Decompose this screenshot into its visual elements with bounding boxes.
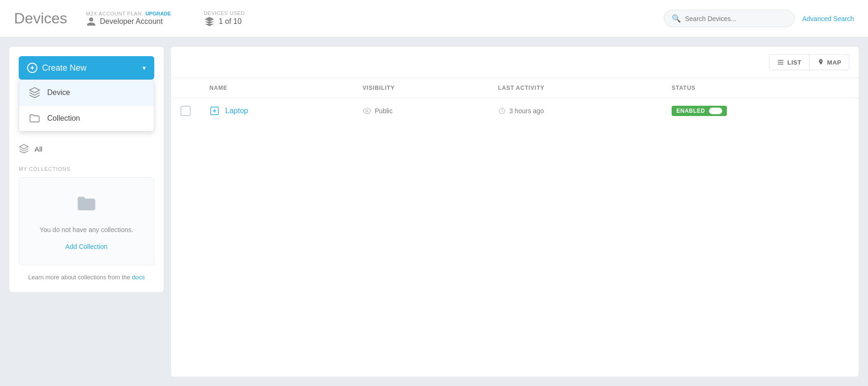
- learn-more-section: Learn more about collections from the do…: [19, 273, 154, 283]
- create-new-dropdown: Device Collection: [19, 80, 154, 131]
- device-checkbox[interactable]: [180, 106, 191, 116]
- last-activity-value: 3 hours ago: [509, 107, 544, 115]
- docs-link[interactable]: docs: [132, 274, 144, 281]
- device-name-cell: Laptop: [200, 98, 353, 124]
- list-icon: [777, 58, 784, 66]
- dropdown-device-label: Device: [47, 88, 70, 97]
- last-activity-cell: 3 hours ago: [489, 98, 662, 124]
- status-column-header: STATUS: [662, 78, 859, 98]
- advanced-search-link[interactable]: Advanced Search: [802, 15, 854, 22]
- account-info: Developer Account: [86, 16, 171, 27]
- main-layout: + Create New ▾ Device Collection: [0, 37, 868, 386]
- learn-more-text: Learn more about collections from the do…: [19, 273, 154, 283]
- last-activity-column-header: LAST ACTIVITY: [489, 78, 662, 98]
- chevron-down-icon: ▾: [143, 64, 146, 72]
- visibility-value: Public: [375, 107, 393, 115]
- visibility-column-header: VISIBILITY: [353, 78, 489, 98]
- header: Devices M2X ACCOUNT PLAN UPGRADE Develop…: [0, 0, 868, 37]
- content-area: LIST MAP NAME VISIBILITY: [171, 47, 859, 377]
- checkbox-header: [171, 78, 200, 98]
- collection-folder-icon: [29, 112, 41, 124]
- folder-large-icon: [75, 192, 98, 215]
- sidebar: + Create New ▾ Device Collection: [9, 47, 164, 292]
- devices-table: NAME VISIBILITY LAST ACTIVITY STATUS: [171, 78, 859, 124]
- add-collection-link[interactable]: Add Collection: [65, 243, 108, 250]
- devices-used-info: 1 of 10: [204, 16, 245, 27]
- devices-count: 1 of 10: [219, 17, 242, 26]
- search-box[interactable]: 🔍: [664, 10, 795, 27]
- status-cell: ENABLED: [662, 98, 859, 124]
- device-add-icon: [209, 106, 220, 116]
- search-icon: 🔍: [672, 14, 681, 23]
- dropdown-collection-label: Collection: [47, 114, 80, 123]
- collections-empty-box: You do not have any collections. Add Col…: [19, 177, 154, 265]
- dropdown-item-collection[interactable]: Collection: [19, 106, 154, 131]
- no-collections-text: You do not have any collections.: [29, 225, 144, 235]
- header-right: 🔍 Advanced Search: [664, 10, 854, 27]
- account-plan-row: M2X ACCOUNT PLAN UPGRADE: [86, 11, 171, 16]
- create-new-left: + Create New: [27, 63, 86, 73]
- name-column-header: NAME: [200, 78, 353, 98]
- list-view-button[interactable]: LIST: [769, 55, 809, 70]
- device-cube-icon: [29, 87, 41, 99]
- content-header: LIST MAP: [171, 47, 859, 78]
- view-toggle: LIST MAP: [769, 54, 849, 70]
- person-icon: [86, 16, 96, 27]
- dropdown-item-device[interactable]: Device: [19, 80, 154, 106]
- cube-icon: [204, 16, 215, 27]
- all-devices-item[interactable]: All: [19, 139, 154, 159]
- map-view-label: MAP: [827, 59, 841, 66]
- list-view-label: LIST: [787, 59, 801, 66]
- search-input[interactable]: [685, 15, 787, 22]
- account-plan-label: M2X ACCOUNT PLAN: [86, 11, 142, 16]
- account-name: Developer Account: [100, 17, 163, 26]
- plus-icon: +: [27, 63, 37, 73]
- status-toggle[interactable]: [709, 108, 722, 114]
- upgrade-link[interactable]: UPGRADE: [145, 11, 171, 16]
- eye-icon: [363, 107, 371, 115]
- devices-used-section: DEVICES USED 1 of 10: [204, 10, 245, 27]
- row-checkbox-cell: [171, 98, 200, 124]
- page-title: Devices: [14, 10, 67, 27]
- table-header-row: NAME VISIBILITY LAST ACTIVITY STATUS: [171, 78, 859, 98]
- devices-used-label: DEVICES USED: [204, 10, 245, 16]
- account-section: M2X ACCOUNT PLAN UPGRADE Developer Accou…: [86, 11, 171, 27]
- map-pin-icon: [817, 58, 825, 66]
- all-devices-label: All: [35, 145, 43, 153]
- visibility-cell: Public: [353, 98, 489, 124]
- table-row: Laptop Public: [171, 98, 859, 124]
- all-devices-icon: [19, 144, 29, 154]
- device-name-link[interactable]: Laptop: [225, 107, 248, 115]
- clock-icon: [498, 107, 506, 115]
- my-collections-label: MY COLLECTIONS: [19, 166, 154, 172]
- create-new-button[interactable]: + Create New ▾: [19, 56, 154, 80]
- map-view-button[interactable]: MAP: [810, 55, 849, 70]
- status-badge[interactable]: ENABLED: [672, 106, 727, 116]
- create-new-label: Create New: [42, 63, 86, 73]
- status-value: ENABLED: [676, 108, 705, 114]
- svg-point-6: [366, 110, 368, 112]
